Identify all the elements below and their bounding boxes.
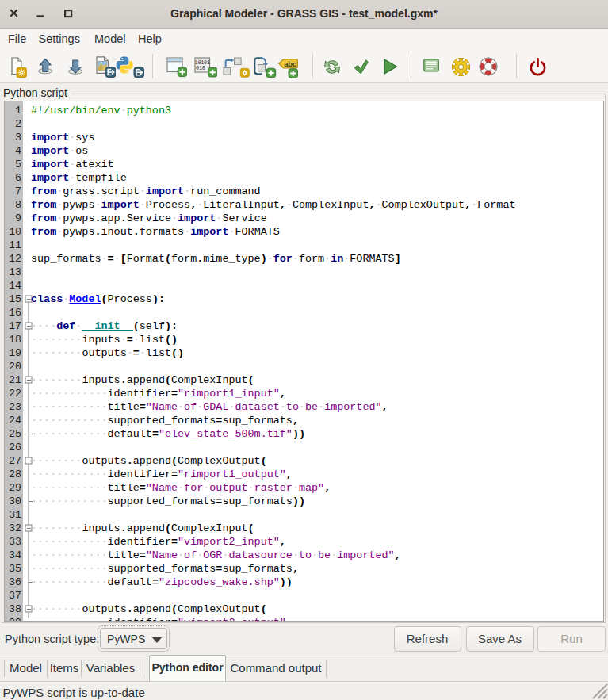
svg-text:abc: abc: [284, 59, 296, 67]
svg-text:010: 010: [196, 65, 205, 71]
